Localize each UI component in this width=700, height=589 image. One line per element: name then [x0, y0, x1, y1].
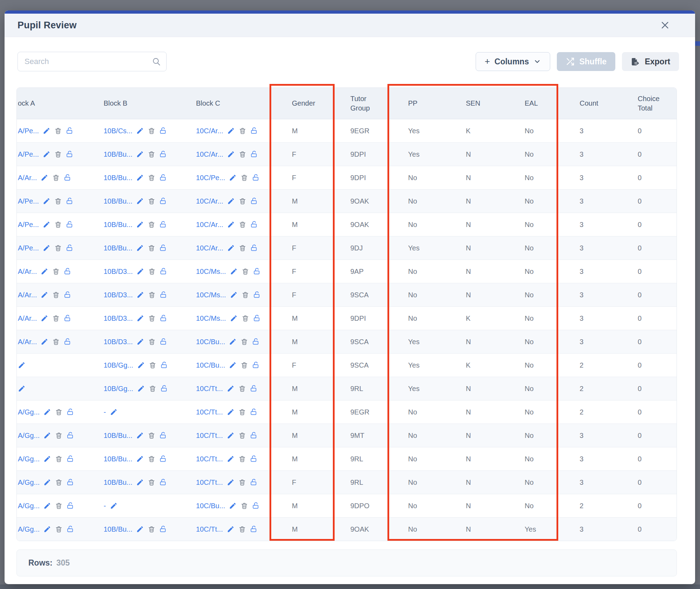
unlock-icon[interactable] [64, 314, 71, 322]
block-choice-link[interactable]: A/Ar... [18, 338, 37, 346]
unlock-icon[interactable] [252, 338, 260, 346]
pencil-icon[interactable] [41, 314, 48, 322]
pencil-icon[interactable] [43, 455, 51, 463]
trash-icon[interactable] [54, 197, 62, 205]
trash-icon[interactable] [55, 408, 63, 416]
unlock-icon[interactable] [159, 197, 167, 205]
unlock-icon[interactable] [66, 525, 74, 533]
pencil-icon[interactable] [136, 174, 144, 182]
block-choice-link[interactable]: 10C/Ar... [196, 127, 223, 135]
trash-icon[interactable] [52, 314, 60, 322]
unlock-icon[interactable] [159, 432, 167, 439]
unlock-icon[interactable] [250, 221, 258, 228]
pencil-icon[interactable] [227, 197, 235, 205]
block-choice-link[interactable]: A/Gg... [18, 525, 40, 533]
unlock-icon[interactable] [160, 338, 167, 346]
trash-icon[interactable] [239, 197, 246, 205]
block-choice-link[interactable]: A/Gg... [18, 502, 40, 510]
block-choice-link[interactable]: 10B/Bu... [104, 432, 132, 440]
unlock-icon[interactable] [66, 432, 74, 439]
trash-icon[interactable] [148, 455, 155, 463]
trash-icon[interactable] [239, 150, 246, 158]
block-choice-link[interactable]: 10C/Tt... [196, 455, 223, 463]
block-choice-link[interactable]: A/Pe... [18, 127, 39, 135]
trash-icon[interactable] [148, 478, 155, 486]
unlock-icon[interactable] [64, 291, 71, 299]
pencil-icon[interactable] [136, 432, 144, 439]
block-choice-link[interactable]: A/Ar... [18, 291, 37, 299]
unlock-icon[interactable] [64, 174, 71, 182]
trash-icon[interactable] [240, 174, 248, 182]
block-choice-link[interactable]: 10B/D3... [104, 268, 133, 276]
block-choice-link[interactable]: 10C/Tt... [196, 432, 223, 440]
unlock-icon[interactable] [252, 361, 260, 369]
unlock-icon[interactable] [252, 502, 260, 510]
pencil-icon[interactable] [41, 174, 48, 182]
unlock-icon[interactable] [159, 150, 167, 158]
unlock-icon[interactable] [66, 502, 74, 510]
block-choice-link[interactable]: 10B/Bu... [104, 150, 132, 158]
trash-icon[interactable] [55, 502, 63, 510]
block-choice-link[interactable]: - [104, 502, 106, 510]
trash-icon[interactable] [52, 174, 60, 182]
block-choice-link[interactable]: 10C/Pe... [196, 174, 225, 182]
pencil-icon[interactable] [136, 197, 144, 205]
pencil-icon[interactable] [136, 127, 144, 135]
unlock-icon[interactable] [66, 150, 74, 158]
pencil-icon[interactable] [229, 502, 237, 510]
trash-icon[interactable] [54, 150, 62, 158]
trash-icon[interactable] [238, 385, 246, 392]
pencil-icon[interactable] [227, 525, 234, 533]
pencil-icon[interactable] [136, 525, 144, 533]
block-choice-link[interactable]: 10B/Bu... [104, 244, 132, 252]
trash-icon[interactable] [55, 432, 63, 439]
columns-button[interactable]: + Columns [476, 52, 551, 71]
unlock-icon[interactable] [159, 127, 167, 135]
unlock-icon[interactable] [66, 455, 74, 463]
block-choice-link[interactable]: A/Ar... [18, 314, 37, 322]
trash-icon[interactable] [54, 244, 62, 252]
pencil-icon[interactable] [41, 338, 48, 346]
pencil-icon[interactable] [136, 455, 144, 463]
pencil-icon[interactable] [227, 150, 235, 158]
unlock-icon[interactable] [160, 268, 167, 275]
pencil-icon[interactable] [227, 221, 235, 228]
block-choice-link[interactable]: 10C/Ms... [196, 291, 226, 299]
unlock-icon[interactable] [250, 197, 258, 205]
pencil-icon[interactable] [41, 291, 48, 299]
trash-icon[interactable] [148, 244, 155, 252]
trash-icon[interactable] [238, 455, 246, 463]
block-choice-link[interactable]: A/Gg... [18, 455, 40, 463]
trash-icon[interactable] [148, 338, 156, 346]
trash-icon[interactable] [238, 408, 246, 416]
pencil-icon[interactable] [227, 244, 235, 252]
block-choice-link[interactable]: 10B/Cs... [104, 127, 132, 135]
block-choice-link[interactable]: A/Gg... [18, 408, 40, 416]
block-choice-link[interactable]: 10B/D3... [104, 291, 133, 299]
search-input[interactable] [18, 52, 167, 71]
trash-icon[interactable] [55, 478, 63, 486]
block-choice-link[interactable]: 10C/Tt... [196, 525, 223, 533]
pencil-icon[interactable] [43, 127, 50, 135]
trash-icon[interactable] [52, 338, 60, 346]
trash-icon[interactable] [240, 361, 248, 369]
pencil-icon[interactable] [136, 314, 144, 322]
pencil-icon[interactable] [229, 174, 237, 182]
trash-icon[interactable] [148, 127, 155, 135]
unlock-icon[interactable] [253, 314, 261, 322]
unlock-icon[interactable] [250, 150, 258, 158]
unlock-icon[interactable] [159, 478, 167, 486]
trash-icon[interactable] [148, 525, 155, 533]
trash-icon[interactable] [149, 385, 156, 392]
block-choice-link[interactable]: 10C/Ms... [196, 268, 226, 276]
unlock-icon[interactable] [66, 127, 74, 135]
pencil-icon[interactable] [229, 361, 237, 369]
block-choice-link[interactable]: 10B/Bu... [104, 455, 132, 463]
block-choice-link[interactable]: 10C/Ar... [196, 221, 223, 229]
unlock-icon[interactable] [250, 478, 258, 486]
block-choice-link[interactable]: 10B/Bu... [104, 174, 132, 182]
block-choice-link[interactable]: A/Pe... [18, 221, 39, 229]
export-button[interactable]: Export [622, 52, 679, 71]
pencil-icon[interactable] [110, 502, 118, 510]
trash-icon[interactable] [241, 314, 249, 322]
